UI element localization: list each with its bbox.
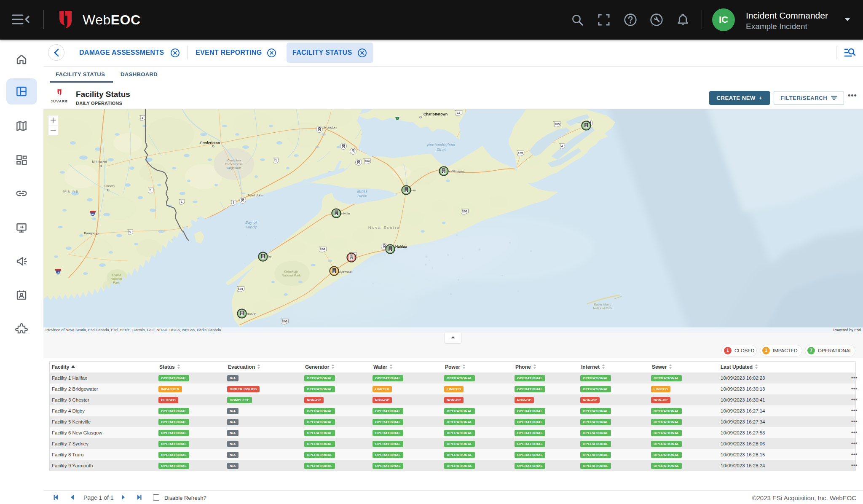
svg-text:1: 1: [233, 201, 234, 204]
svg-text:11: 11: [457, 111, 460, 115]
svg-text:Bangor: Bangor: [84, 231, 95, 235]
svg-text:w Glasgow: w Glasgow: [448, 169, 464, 173]
svg-text:National Park: National Park: [593, 306, 612, 310]
svg-text:Moncton: Moncton: [324, 126, 337, 129]
svg-text:Canadian: Canadian: [227, 158, 241, 162]
svg-text:1: 1: [150, 188, 152, 192]
svg-text:Millinocket: Millinocket: [92, 160, 107, 164]
svg-text:1: 1: [142, 116, 143, 120]
svg-text:Forces Base: Forces Base: [225, 162, 243, 166]
svg-text:JUVARE: JUVARE: [51, 99, 68, 103]
svg-text:9: 9: [129, 230, 131, 234]
svg-text:Fundy: Fundy: [245, 225, 257, 229]
svg-text:Charlottetown: Charlottetown: [423, 112, 448, 116]
svg-text:Park: Park: [113, 281, 120, 284]
svg-text:101: 101: [238, 287, 244, 291]
svg-text:Strait: Strait: [437, 147, 446, 152]
svg-text:105: 105: [518, 151, 523, 155]
svg-text:Northumberland: Northumberland: [427, 143, 456, 147]
svg-text:National: National: [110, 277, 122, 281]
svg-text:Halifax: Halifax: [395, 244, 407, 249]
svg-text:uro: uro: [411, 188, 416, 192]
svg-text:Fredericton: Fredericton: [200, 141, 220, 145]
svg-text:ntville: ntville: [341, 212, 350, 215]
svg-text:Bay of: Bay of: [245, 220, 257, 225]
svg-text:95: 95: [91, 213, 94, 216]
svg-text:Basin: Basin: [357, 194, 367, 198]
svg-text:95: 95: [57, 271, 60, 274]
svg-text:Acadia: Acadia: [112, 273, 122, 277]
svg-text:Minas: Minas: [357, 189, 368, 193]
svg-text:Nova Scotia: Nova Scotia: [368, 225, 400, 230]
svg-text:101: 101: [320, 247, 326, 251]
svg-text:Sable Island: Sable Island: [594, 303, 611, 306]
svg-text:102: 102: [462, 209, 468, 213]
svg-text:105: 105: [555, 122, 560, 126]
svg-text:National Park: National Park: [281, 273, 300, 277]
svg-text:1: 1: [275, 158, 277, 162]
svg-text:Gagetown: Gagetown: [227, 166, 241, 170]
svg-text:Kejimkujik: Kejimkujik: [284, 270, 298, 273]
svg-text:dgewater: dgewater: [339, 270, 353, 273]
svg-text:Maine: Maine: [63, 189, 79, 193]
svg-text:103: 103: [282, 319, 288, 323]
svg-text:1: 1: [181, 200, 182, 204]
svg-text:mouth: mouth: [247, 312, 256, 316]
svg-text:104: 104: [364, 159, 370, 163]
svg-text:Saint John: Saint John: [247, 193, 263, 197]
svg-text:by: by: [268, 255, 271, 258]
svg-text:Lincoln: Lincoln: [105, 184, 115, 188]
